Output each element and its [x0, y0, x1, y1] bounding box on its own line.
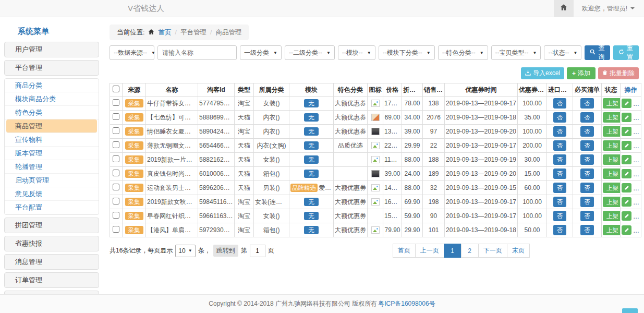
page-button[interactable]: 1 [444, 244, 461, 258]
select-all-checkbox[interactable] [113, 86, 119, 92]
module-text: 爱上运动 [319, 184, 334, 191]
page-number-input[interactable] [250, 245, 265, 257]
sidebar-item-platform-management[interactable]: 平台管理 [4, 60, 99, 76]
status-toggle[interactable]: 上架 [603, 225, 621, 235]
per-page-select[interactable]: 10 ▼ [175, 245, 195, 257]
must-buy-toggle[interactable]: 否 [580, 112, 594, 123]
data-source-select[interactable]: --数据来源--▼ [110, 45, 154, 60]
row-checkbox[interactable] [113, 99, 119, 106]
row-checkbox[interactable] [113, 127, 119, 134]
filter-select[interactable]: 一级分类▼ [240, 45, 282, 60]
edit-button[interactable] [622, 155, 631, 164]
edit-button[interactable] [622, 113, 631, 122]
import-opt-toggle[interactable]: 否 [553, 112, 567, 123]
status-toggle[interactable]: 上架 [603, 183, 621, 193]
must-buy-toggle[interactable]: 否 [580, 183, 594, 193]
status-toggle[interactable]: 上架 [603, 112, 621, 123]
import-opt-toggle[interactable]: 否 [553, 126, 567, 137]
must-buy-toggle[interactable]: 否 [580, 126, 594, 137]
page-footer: Copyright © 2014-2018 广州九驰网络科技有限公司 版权所有 … [0, 294, 644, 313]
page-button[interactable]: 首页 [393, 244, 416, 258]
row-checkbox[interactable] [113, 226, 119, 233]
import-opt-toggle[interactable]: 否 [553, 140, 567, 151]
status-toggle[interactable]: 上架 [603, 168, 621, 179]
filter-select[interactable]: --二级分类--▼ [285, 45, 335, 60]
sidebar-subitem[interactable]: 宣传物料 [5, 133, 99, 147]
row-checkbox[interactable] [113, 184, 119, 190]
edit-button[interactable] [622, 127, 631, 136]
edit-button[interactable] [622, 183, 631, 192]
sidebar-item[interactable]: 订单管理 [4, 272, 99, 288]
must-buy-toggle[interactable]: 否 [580, 140, 594, 151]
edit-button[interactable] [622, 197, 631, 207]
price: 159.90 [383, 209, 402, 223]
filter-select[interactable]: --宝贝类型--▼ [491, 45, 541, 60]
import-opt-toggle[interactable]: 否 [553, 225, 567, 235]
page-button[interactable]: 上一页 [415, 244, 444, 258]
edit-button[interactable] [622, 211, 631, 221]
edit-button[interactable] [622, 169, 631, 178]
row-checkbox[interactable] [113, 198, 119, 204]
status-toggle[interactable]: 上架 [603, 98, 621, 109]
home-button[interactable] [554, 0, 574, 17]
filter-select[interactable]: --状态--▼ [544, 45, 581, 60]
sidebar-subitem[interactable]: 商品管理 [6, 119, 97, 133]
row-checkbox[interactable] [113, 170, 119, 176]
import-opt-toggle[interactable]: 否 [553, 168, 567, 179]
icp-link[interactable]: 粤ICP备16098006号 [378, 299, 435, 308]
sidebar-subitem[interactable]: 版本管理 [5, 147, 99, 160]
add-button[interactable]: + 添加 [567, 67, 596, 79]
sidebar-item[interactable]: 消息管理 [4, 254, 99, 270]
must-buy-toggle[interactable]: 否 [580, 168, 594, 179]
row-checkbox[interactable] [113, 113, 119, 120]
row-checkbox[interactable] [113, 212, 119, 219]
jump-to-button[interactable]: 跳转到 [213, 245, 238, 257]
breadcrumb-home-link[interactable]: 首页 [158, 28, 171, 37]
name-search-input[interactable] [157, 45, 237, 60]
page-button[interactable]: 2 [461, 244, 479, 258]
filter-select[interactable]: --模块--▼ [338, 45, 375, 60]
page-button[interactable]: 末页 [507, 244, 530, 258]
sidebar-subitem[interactable]: 模块商品分类 [5, 92, 99, 106]
user-menu[interactable]: 欢迎您，管理员! [574, 4, 644, 13]
page-button[interactable]: 下一页 [478, 244, 507, 258]
edit-button[interactable] [622, 225, 631, 235]
row-checkbox[interactable] [113, 141, 119, 148]
sidebar-subitem[interactable]: 轮播管理 [5, 160, 99, 174]
query-button[interactable]: 查询 [585, 45, 610, 60]
must-buy-toggle[interactable]: 否 [580, 197, 594, 207]
sidebar-subitem[interactable]: 启动页管理 [5, 174, 99, 187]
import-opt-toggle[interactable]: 否 [553, 211, 567, 221]
coupon-amount: 50.00 [518, 223, 547, 237]
sidebar-item[interactable]: 拼团管理 [4, 218, 99, 233]
must-buy-toggle[interactable]: 否 [580, 154, 594, 165]
filter-select[interactable]: --模块下分类--▼ [379, 45, 435, 60]
sidebar-subitem[interactable]: 商品分类 [5, 79, 99, 92]
status-toggle[interactable]: 上架 [603, 140, 621, 151]
batch-delete-button[interactable]: 批量删除 [598, 67, 639, 79]
import-opt-toggle[interactable]: 否 [553, 98, 567, 109]
import-opt-toggle[interactable]: 否 [553, 197, 567, 207]
edit-button[interactable] [622, 141, 631, 150]
row-checkbox[interactable] [113, 155, 119, 162]
status-toggle[interactable]: 上架 [603, 211, 621, 221]
import-opt-toggle[interactable]: 否 [553, 183, 567, 193]
must-buy-toggle[interactable]: 否 [580, 98, 594, 109]
must-buy-toggle[interactable]: 否 [580, 225, 594, 235]
reset-button[interactable]: 重置 [613, 45, 639, 60]
filter-select[interactable]: --特色分类--▼ [438, 45, 488, 60]
col-category: 所属分类 [254, 83, 289, 97]
must-buy-toggle[interactable]: 否 [580, 211, 594, 221]
status-toggle[interactable]: 上架 [603, 126, 621, 137]
sidebar-item-user-management[interactable]: 用户管理 [4, 42, 99, 57]
sidebar-subitem[interactable]: 意见反馈 [5, 187, 99, 201]
sidebar-item[interactable]: 省惠快报 [4, 236, 99, 251]
status-toggle[interactable]: 上架 [603, 154, 621, 165]
sidebar-subitem[interactable]: 平台配置 [5, 201, 99, 214]
import-opt-toggle[interactable]: 否 [553, 154, 567, 165]
sidebar-subitem[interactable]: 特色分类 [5, 106, 99, 119]
edit-button[interactable] [622, 99, 631, 108]
status-toggle[interactable]: 上架 [603, 197, 621, 207]
import-excel-button[interactable]: 导入excel [521, 67, 564, 79]
back-to-top-button[interactable] [622, 308, 638, 313]
